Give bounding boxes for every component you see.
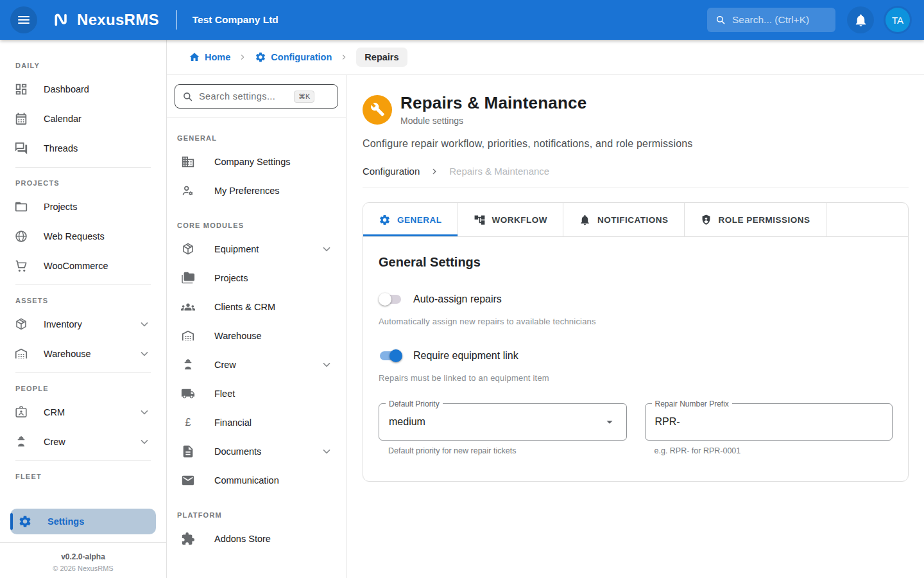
toggle-auto-assign-repairs[interactable] (379, 293, 402, 306)
puzzle-icon (181, 532, 195, 546)
person-gear-icon (181, 184, 195, 198)
settings-nav-item-label: Communication (214, 475, 279, 486)
search-icon (715, 14, 726, 26)
tab-notifications[interactable]: NOTIFICATIONS (563, 203, 685, 236)
sidebar-item-crm[interactable]: CRM (0, 398, 166, 427)
global-search-input[interactable] (732, 14, 828, 26)
sidebar-section-label: PROJECTS (15, 179, 151, 187)
select-default-priority[interactable]: Default Prioritymedium (379, 403, 627, 441)
chevron-down-icon (138, 406, 151, 419)
settings-nav-section-label: PLATFORM (177, 511, 330, 519)
sidebar-item-woocommerce[interactable]: WooCommerce (0, 251, 166, 281)
settings-nav-item-label: My Preferences (214, 186, 280, 196)
page-subtitle: Module settings (400, 116, 586, 126)
settings-nav-item-crew[interactable]: Crew (167, 350, 346, 379)
warehouse-icon (181, 329, 195, 343)
sidebar-section-label: DAILY (15, 62, 151, 69)
tab-bar: GENERALWORKFLOWNOTIFICATIONSROLE PERMISS… (363, 203, 908, 237)
groups-icon (181, 300, 195, 314)
settings-nav: ⌘K GENERALCompany SettingsMy Preferences… (167, 75, 346, 578)
sidebar-item-label: Dashboard (44, 84, 89, 94)
nexusrms-logo-icon (50, 10, 71, 30)
page-description: Configure repair workflow, priorities, n… (363, 138, 909, 150)
settings-nav-item-warehouse[interactable]: Warehouse (167, 321, 346, 350)
settings-nav-list: GENERALCompany SettingsMy PreferencesCOR… (167, 134, 346, 553)
settings-nav-item-addons-store[interactable]: Addons Store (167, 524, 346, 553)
pound-icon (181, 416, 195, 430)
sidebar-item-dashboard[interactable]: Dashboard (0, 74, 166, 104)
badge-icon (14, 405, 28, 419)
topbar: NexusRMS Test Company Ltd TA (0, 0, 924, 40)
input-repair-number-prefix[interactable]: Repair Number PrefixRPR- (645, 403, 893, 441)
notifications-button[interactable] (847, 6, 874, 33)
active-indicator (10, 513, 13, 530)
global-search[interactable] (707, 8, 835, 32)
settings-card: GENERALWORKFLOWNOTIFICATIONSROLE PERMISS… (363, 202, 909, 482)
tab-role-permissions[interactable]: ROLE PERMISSIONS (685, 203, 826, 236)
menu-button[interactable] (10, 6, 37, 33)
sidebar-item-label: Settings (47, 516, 84, 527)
sidebar-item-web-requests[interactable]: Web Requests (0, 222, 166, 251)
breadcrumb-configuration[interactable]: Configuration (255, 51, 332, 63)
settings-nav-item-my-preferences[interactable]: My Preferences (167, 176, 346, 205)
copyright: © 2026 NexusRMS (0, 565, 166, 572)
settings-search-area: ⌘K (167, 75, 346, 118)
settings-nav-item-label: Projects (214, 273, 248, 283)
calendar-icon (14, 112, 28, 126)
sidebar-item-projects[interactable]: Projects (0, 192, 166, 222)
settings-nav-item-company-settings[interactable]: Company Settings (167, 147, 346, 176)
gear-icon (379, 214, 391, 226)
sidebar-item-calendar[interactable]: Calendar (0, 104, 166, 134)
field-value: RPR- (655, 416, 680, 428)
chevron-right-icon (339, 53, 348, 62)
sidebar-item-settings[interactable]: Settings (10, 509, 156, 534)
sidebar-item-crew[interactable]: Crew (0, 427, 166, 457)
chevron-down-icon (138, 347, 151, 360)
section-heading: General Settings (379, 255, 893, 270)
tab-panel-general: General Settings Auto-assign repairsAuto… (363, 237, 908, 481)
dashboard-icon (14, 82, 28, 96)
engineer-icon (181, 358, 195, 372)
toggle-label: Require equipment link (413, 350, 518, 362)
breadcrumb-home[interactable]: Home (189, 51, 230, 63)
sidebar-section-label: FLEET (15, 473, 151, 480)
gear-icon (18, 514, 32, 529)
settings-nav-item-clients-crm[interactable]: Clients & CRM (167, 292, 346, 321)
sidebar-item-threads[interactable]: Threads (0, 134, 166, 163)
page-title: Repairs & Maintenance (400, 93, 586, 113)
settings-nav-item-documents[interactable]: Documents (167, 437, 346, 466)
chevron-down-icon (138, 435, 151, 448)
settings-nav-item-financial[interactable]: Financial (167, 408, 346, 437)
wrench-icon (370, 102, 385, 117)
chevron-down-icon (138, 318, 151, 331)
settings-nav-section-label: GENERAL (177, 134, 330, 142)
toggle-helper-text: Automatically assign new repairs to avai… (379, 317, 893, 326)
tree-icon (474, 214, 486, 226)
settings-nav-item-equipment[interactable]: Equipment (167, 234, 346, 263)
sub-breadcrumb-parent[interactable]: Configuration (363, 166, 420, 177)
sidebar-section-label: PEOPLE (15, 385, 151, 392)
settings-nav-item-communication[interactable]: Communication (167, 466, 346, 495)
truck-icon (181, 387, 195, 401)
settings-nav-item-fleet[interactable]: Fleet (167, 379, 346, 408)
toggle-require-equipment-link[interactable] (379, 349, 402, 362)
folder-outline-icon (14, 200, 28, 214)
settings-search-input[interactable] (199, 91, 289, 101)
engineer-icon (14, 435, 28, 449)
chevron-down-icon (320, 358, 333, 371)
avatar[interactable]: TA (886, 8, 910, 32)
settings-search[interactable]: ⌘K (175, 84, 338, 109)
bell-icon (853, 13, 868, 28)
sidebar-item-inventory[interactable]: Inventory (0, 310, 166, 339)
sidebar-item-warehouse[interactable]: Warehouse (0, 339, 166, 369)
warehouse-icon (14, 347, 28, 361)
section-divider (15, 285, 151, 285)
breadcrumb-current: Repairs (356, 48, 407, 67)
settings-nav-item-label: Crew (214, 360, 236, 370)
settings-nav-item-projects[interactable]: Projects (167, 263, 346, 292)
tab-workflow[interactable]: WORKFLOW (458, 203, 563, 236)
tab-general[interactable]: GENERAL (363, 203, 458, 236)
company-name: Test Company Ltd (193, 14, 278, 26)
sidebar-item-label: Threads (44, 143, 78, 153)
main-content: Repairs & Maintenance Module settings Co… (346, 75, 924, 578)
